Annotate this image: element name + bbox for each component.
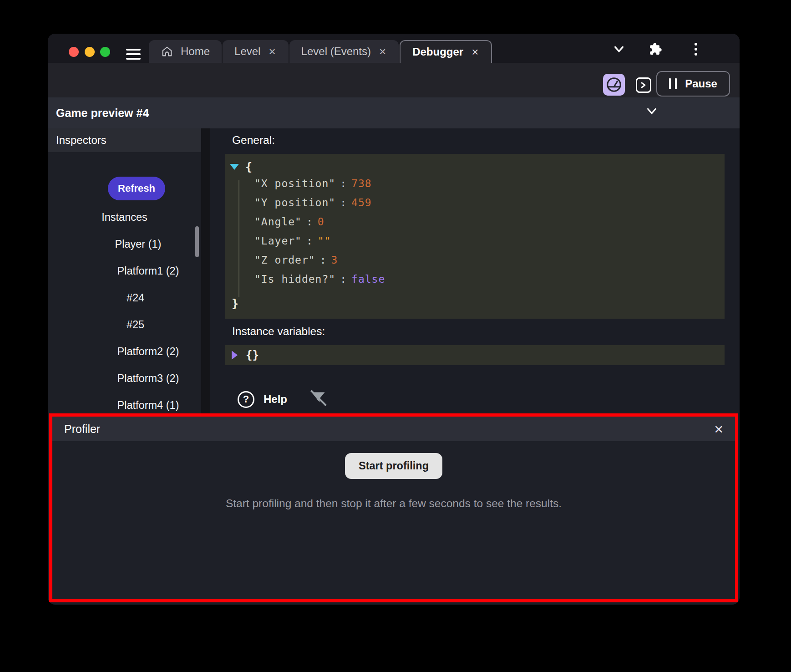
profiler-panel: Profiler × Start profiling Start profili…	[49, 413, 738, 602]
json-key: "X position"	[254, 178, 335, 189]
open-brace: {	[245, 160, 252, 173]
profiler-header: Profiler ×	[52, 417, 735, 441]
tab-label: Level	[234, 45, 260, 58]
debugger-toolbar: Pause	[48, 63, 740, 97]
sidebar-scrollbar[interactable]	[195, 226, 199, 257]
json-value: 738	[351, 178, 372, 189]
json-value: 3	[331, 254, 338, 266]
json-row: "Is hidden?":false	[254, 270, 385, 289]
tab-label: Level (Events)	[301, 45, 371, 58]
close-icon[interactable]: ×	[268, 46, 276, 57]
json-separator: :	[320, 254, 327, 266]
tab-level-events[interactable]: Level (Events) ×	[289, 40, 399, 63]
general-json-view: { "X position":738 "Y position":459 "Ang…	[225, 154, 725, 319]
json-row: "Y position":459	[254, 193, 385, 212]
help-question-icon[interactable]: ?	[238, 391, 254, 408]
tab-home[interactable]: Home	[149, 40, 222, 63]
general-section-title: General:	[232, 134, 275, 147]
help-row: ? Help	[238, 389, 328, 410]
profiler-hint-text: Start profiling and then stop it after a…	[52, 497, 735, 510]
json-value: 0	[318, 216, 325, 228]
refresh-button[interactable]: Refresh	[108, 177, 165, 200]
close-icon[interactable]: ×	[714, 421, 723, 437]
instance-variables-view: {}	[225, 345, 725, 365]
profiler-title: Profiler	[64, 423, 100, 436]
json-key: "Z order"	[254, 254, 315, 266]
tab-label: Debugger	[412, 46, 463, 58]
indent-guide	[238, 180, 239, 297]
json-row: "X position":738	[254, 174, 385, 193]
tab-bar: Home Level × Level (Events) × Debugger ×	[149, 40, 493, 63]
json-separator: :	[306, 235, 313, 247]
json-separator: :	[340, 197, 347, 209]
kebab-menu-icon[interactable]	[694, 43, 698, 56]
json-row: "Z order":3	[254, 250, 385, 270]
json-row: "Layer":""	[254, 231, 385, 250]
json-value: 459	[351, 197, 372, 209]
json-value: ""	[318, 235, 331, 247]
pause-icon	[669, 78, 677, 89]
profiler-toggle-button[interactable]	[603, 74, 625, 96]
json-key: "Y position"	[254, 197, 335, 209]
game-preview-title: Game preview #4	[56, 107, 149, 120]
json-open-line: {	[230, 160, 252, 173]
gauge-icon	[605, 76, 623, 93]
tree-item-player[interactable]: Player (1)	[75, 231, 201, 258]
filter-off-icon[interactable]	[308, 389, 328, 410]
tree-item-24[interactable]: #24	[70, 285, 201, 311]
inspectors-sidebar: Inspectors Refresh Instances Player (1) …	[48, 128, 201, 413]
json-separator: :	[306, 216, 313, 228]
json-key: "Is hidden?"	[254, 273, 335, 285]
console-button[interactable]	[636, 77, 651, 93]
window-close-button[interactable]	[69, 47, 79, 57]
tree-item-platform3[interactable]: Platform3 (2)	[95, 365, 201, 392]
tab-label: Home	[181, 45, 210, 58]
close-icon[interactable]: ×	[378, 46, 387, 57]
tree-item-platform4[interactable]: Platform4 (1)	[95, 392, 201, 413]
chevron-down-icon[interactable]	[612, 44, 626, 55]
json-rows: "X position":738 "Y position":459 "Angle…	[254, 174, 385, 289]
home-icon	[161, 45, 173, 58]
debugger-content: Inspectors Refresh Instances Player (1) …	[48, 128, 740, 413]
close-brace: }	[232, 294, 238, 313]
chevron-down-icon[interactable]	[645, 106, 659, 117]
pause-label: Pause	[685, 77, 717, 90]
start-profiling-button[interactable]: Start profiling	[345, 453, 442, 479]
collapse-triangle-icon[interactable]	[230, 164, 239, 170]
json-key: "Layer"	[254, 235, 302, 247]
inspectors-header: Inspectors	[48, 128, 201, 152]
json-key: "Angle"	[254, 216, 302, 228]
tree-item-25[interactable]: #25	[70, 311, 201, 338]
hamburger-menu-icon[interactable]	[126, 49, 141, 60]
profiler-body: Start profiling Start profiling and then…	[52, 441, 735, 510]
inspectors-tree: Instances Player (1) Platform1 (2) #24 #…	[48, 204, 201, 413]
json-separator: :	[340, 178, 347, 189]
instance-variables-value: {}	[246, 349, 259, 361]
debugger-window: Home Level × Level (Events) × Debugger ×	[48, 34, 740, 605]
json-separator: :	[340, 273, 347, 285]
help-button[interactable]: Help	[264, 393, 287, 406]
json-row: "Angle":0	[254, 212, 385, 231]
tab-debugger[interactable]: Debugger ×	[400, 40, 492, 63]
titlebar-actions	[589, 34, 740, 63]
tree-item-platform1[interactable]: Platform1 (2)	[95, 258, 201, 285]
window-zoom-button[interactable]	[100, 47, 110, 57]
json-value: false	[351, 273, 385, 285]
game-preview-header[interactable]: Game preview #4	[48, 97, 740, 128]
close-icon[interactable]: ×	[471, 46, 479, 58]
expand-triangle-icon[interactable]	[232, 351, 238, 360]
chevron-right-icon	[640, 81, 647, 89]
tab-level[interactable]: Level ×	[223, 40, 289, 63]
inspector-detail-panel: General: { "X position":738 "Y position"…	[210, 128, 740, 413]
instance-variables-title: Instance variables:	[232, 325, 325, 338]
extensions-puzzle-icon[interactable]	[648, 42, 662, 56]
tree-item-platform2[interactable]: Platform2 (2)	[95, 338, 201, 365]
sidebar-divider	[201, 128, 210, 413]
pause-button[interactable]: Pause	[656, 71, 730, 97]
tree-item-instances[interactable]: Instances	[48, 204, 201, 231]
window-minimize-button[interactable]	[85, 47, 95, 57]
titlebar: Home Level × Level (Events) × Debugger ×	[48, 34, 740, 63]
